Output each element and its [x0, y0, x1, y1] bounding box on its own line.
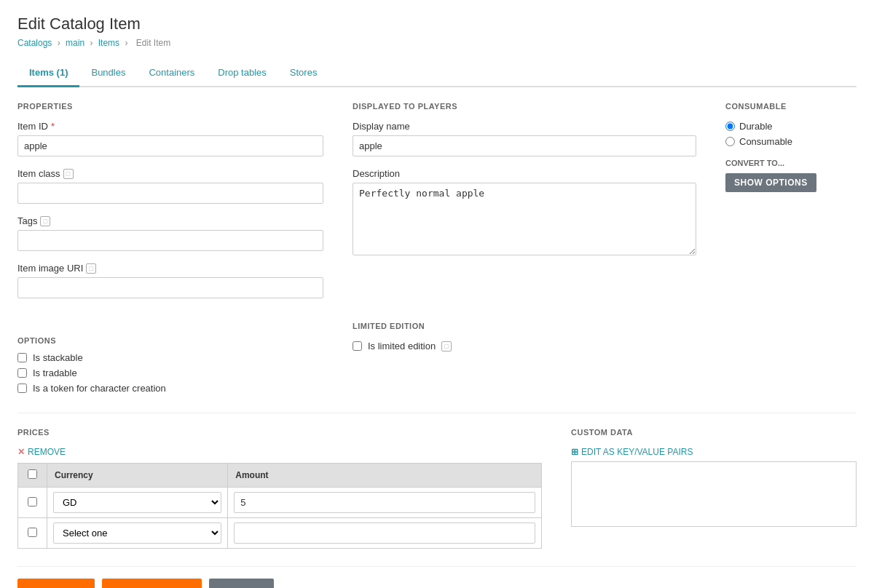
- display-name-group: Display name: [353, 121, 696, 156]
- tradable-checkbox[interactable]: [17, 368, 27, 378]
- price-currency-header: Currency: [47, 464, 228, 488]
- consumable-radio[interactable]: [725, 137, 735, 146]
- tab-stores[interactable]: Stores: [278, 60, 329, 87]
- token-item: Is a token for character creation: [17, 383, 323, 394]
- convert-to-label: CONVERT TO...: [725, 159, 857, 167]
- item-class-group: Item class □: [17, 168, 323, 204]
- token-checkbox[interactable]: [17, 384, 27, 393]
- options-section: OPTIONS Is stackable Is tradable Is a to…: [17, 336, 323, 394]
- tab-bar: Items (1) Bundles Containers Drop tables…: [17, 60, 857, 87]
- breadcrumb-items[interactable]: Items: [98, 38, 119, 48]
- properties-section-label: PROPERTIES: [17, 102, 323, 111]
- custom-data-section: CUSTOM DATA ⊞ EDIT AS KEY/VALUE PAIRS: [571, 428, 857, 549]
- description-label: Description: [353, 168, 400, 179]
- prices-section: PRICES ✕ REMOVE Currency Amount: [17, 428, 571, 549]
- tags-group: Tags □: [17, 215, 323, 251]
- stackable-label: Is stackable: [33, 352, 83, 363]
- footer-buttons: SAVE ITEM SAVE AND EDIT CANCEL: [17, 566, 857, 588]
- remove-label: REMOVE: [28, 447, 66, 457]
- price-table: Currency Amount GD: [17, 463, 542, 549]
- price-row-1-currency[interactable]: GD: [53, 492, 221, 513]
- price-row-2: Select one: [18, 518, 542, 549]
- item-id-required: *: [51, 121, 55, 132]
- consumable-section-label: CONSUMABLE: [725, 102, 857, 111]
- edit-kv-link[interactable]: ⊞ EDIT AS KEY/VALUE PAIRS: [571, 447, 857, 457]
- item-class-input[interactable]: [17, 183, 323, 204]
- price-row-1-checkbox[interactable]: [28, 497, 37, 506]
- options-section-label: OPTIONS: [17, 336, 323, 345]
- tags-input[interactable]: [17, 230, 323, 251]
- remove-link[interactable]: ✕ REMOVE: [17, 447, 542, 457]
- save-item-button[interactable]: SAVE ITEM: [17, 579, 95, 588]
- durable-radio[interactable]: [725, 122, 735, 131]
- item-image-uri-label: Item image URI: [17, 263, 83, 274]
- item-image-uri-group: Item image URI □: [17, 263, 323, 298]
- breadcrumb-main[interactable]: main: [66, 38, 84, 48]
- tradable-label: Is tradable: [33, 368, 77, 378]
- edit-kv-label: EDIT AS KEY/VALUE PAIRS: [581, 447, 693, 457]
- custom-data-section-label: CUSTOM DATA: [571, 428, 857, 437]
- tab-containers[interactable]: Containers: [137, 60, 206, 87]
- show-options-button[interactable]: SHOW OPTIONS: [725, 173, 816, 192]
- stackable-item: Is stackable: [17, 352, 323, 363]
- limited-edition-section: LIMITED EDITION Is limited edition □: [353, 322, 696, 351]
- stackable-checkbox[interactable]: [17, 353, 27, 362]
- consumable-radio-item: Consumable: [725, 136, 857, 147]
- price-row-1-amount[interactable]: [234, 492, 535, 513]
- breadcrumb: Catalogs › main › Items › Edit Item: [17, 38, 857, 48]
- edit-kv-plus-icon: ⊞: [571, 447, 578, 457]
- breadcrumb-current: Edit Item: [136, 38, 170, 48]
- limited-section-label: LIMITED EDITION: [353, 322, 696, 330]
- item-class-label: Item class: [17, 168, 60, 179]
- description-input[interactable]: Perfectly normal apple: [353, 183, 696, 255]
- breadcrumb-catalogs[interactable]: Catalogs: [17, 38, 52, 48]
- item-id-input[interactable]: [17, 135, 323, 156]
- durable-radio-item: Durable: [725, 121, 857, 132]
- description-group: Description Perfectly normal apple: [353, 168, 696, 258]
- token-label: Is a token for character creation: [33, 383, 166, 394]
- page-title: Edit Catalog Item: [17, 15, 857, 33]
- item-image-uri-input[interactable]: [17, 277, 323, 298]
- display-name-input[interactable]: [353, 135, 696, 156]
- save-and-edit-button[interactable]: SAVE AND EDIT: [102, 579, 202, 588]
- bottom-section: PRICES ✕ REMOVE Currency Amount: [17, 428, 857, 549]
- limited-edition-checkbox[interactable]: [353, 341, 362, 351]
- item-id-group: Item ID *: [17, 121, 323, 156]
- tags-info-icon[interactable]: □: [40, 216, 50, 226]
- remove-x-icon: ✕: [17, 447, 25, 457]
- durable-label: Durable: [739, 121, 773, 132]
- price-row-1: GD: [18, 488, 542, 518]
- tab-bundles[interactable]: Bundles: [79, 60, 137, 87]
- price-table-check-header: [18, 464, 47, 488]
- tags-label: Tags: [17, 215, 37, 226]
- price-row-2-checkbox[interactable]: [28, 528, 37, 537]
- price-amount-header: Amount: [228, 464, 542, 488]
- item-image-uri-info-icon[interactable]: □: [86, 263, 96, 274]
- consumable-label: Consumable: [739, 136, 792, 147]
- tab-drop-tables[interactable]: Drop tables: [206, 60, 277, 87]
- price-row-2-currency[interactable]: Select one: [53, 523, 221, 544]
- item-class-info-icon[interactable]: □: [63, 169, 74, 179]
- price-row-2-amount[interactable]: [234, 523, 535, 544]
- limited-edition-item: Is limited edition □: [353, 341, 696, 351]
- tab-items[interactable]: Items (1): [17, 60, 79, 87]
- displayed-section-label: DISPLAYED TO PLAYERS: [353, 102, 696, 111]
- tradable-item: Is tradable: [17, 368, 323, 378]
- convert-to-section: CONVERT TO... SHOW OPTIONS: [725, 159, 857, 192]
- cancel-button[interactable]: CANCEL: [209, 579, 274, 588]
- item-id-label: Item ID: [17, 121, 48, 132]
- price-select-all-checkbox[interactable]: [28, 469, 37, 479]
- display-name-label: Display name: [353, 121, 410, 132]
- custom-data-area: [571, 461, 857, 527]
- limited-edition-label: Is limited edition: [368, 341, 436, 351]
- prices-section-label: PRICES: [17, 428, 542, 437]
- limited-edition-info-icon[interactable]: □: [441, 341, 452, 351]
